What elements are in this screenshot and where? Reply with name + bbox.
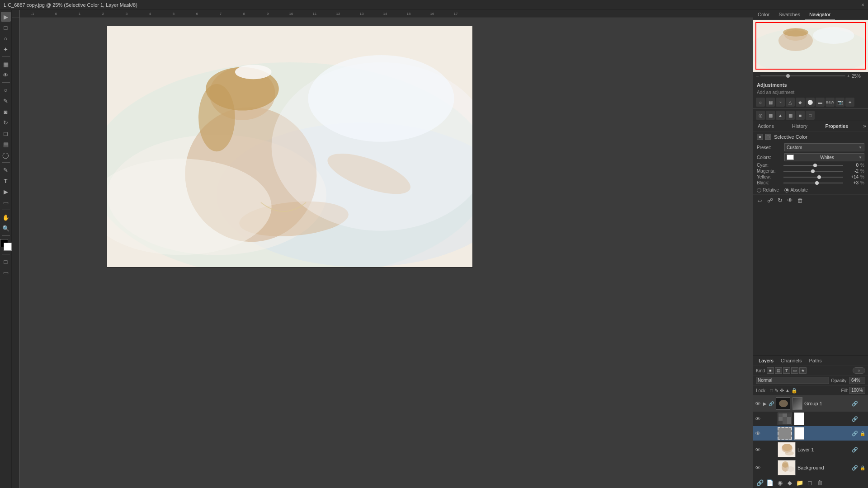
dodge-tool[interactable]: ◯ xyxy=(1,150,11,160)
adj-bw-icon[interactable]: B&W xyxy=(826,98,835,107)
cyan-slider[interactable] xyxy=(783,165,843,166)
relative-radio[interactable] xyxy=(757,188,761,192)
gradient-tool[interactable]: ▤ xyxy=(1,139,11,149)
layer-fx-btn[interactable]: 📄 xyxy=(766,479,774,487)
layer-vis-adj[interactable]: 👁 xyxy=(755,416,761,422)
filter-type-icon[interactable]: T xyxy=(783,367,790,374)
quick-mask-btn[interactable]: □ xyxy=(1,257,11,267)
group-expand-icon[interactable]: ▶ xyxy=(763,401,767,406)
blend-mode-dropdown[interactable]: Normal xyxy=(756,377,829,384)
layer-vis-mask[interactable]: 👁 xyxy=(755,430,761,437)
colors-dropdown[interactable]: Whites ▼ xyxy=(784,153,864,161)
lock-position-icon[interactable]: ✜ xyxy=(780,388,784,394)
layer-item-layer1[interactable]: 👁 Layer 1 🔗 xyxy=(753,441,868,459)
tab-paths[interactable]: Paths xyxy=(806,356,826,366)
select-tool[interactable]: □ xyxy=(1,23,11,33)
layer-item-adj[interactable]: 👁 xyxy=(753,412,868,426)
prop-btn-1[interactable]: ▱ xyxy=(756,196,764,204)
layer-filter-toggle[interactable]: ○ xyxy=(853,367,865,374)
yellow-slider[interactable] xyxy=(783,177,843,178)
prop-btn-2[interactable]: ☍ xyxy=(766,196,774,204)
tab-navigator[interactable]: Navigator xyxy=(805,10,835,19)
tab-channels[interactable]: Channels xyxy=(777,356,805,366)
filter-adjust-icon[interactable]: ▤ xyxy=(775,367,782,374)
lock-artboard-icon[interactable]: ▲ xyxy=(785,388,790,393)
panel-expand-icon[interactable]: » xyxy=(863,123,866,129)
adj-photofilter-icon[interactable]: 📷 xyxy=(835,98,844,107)
layer-mask-btn[interactable]: ◉ xyxy=(776,479,784,487)
path-select-tool[interactable]: ▶ xyxy=(1,187,11,197)
adj-chanmix-icon[interactable]: ✦ xyxy=(845,98,854,107)
history-brush-tool[interactable]: ↻ xyxy=(1,117,11,127)
layer-item-background[interactable]: 👁 Background 🔗 🔒 xyxy=(753,459,868,477)
layer-vis-layer1[interactable]: 👁 xyxy=(755,446,761,453)
layer-chain-bg[interactable]: 🔗 xyxy=(852,465,858,471)
brush-tool[interactable]: ✎ xyxy=(1,96,11,106)
pen-tool[interactable]: ✎ xyxy=(1,165,11,175)
adj-invert-icon[interactable]: ◎ xyxy=(756,111,765,120)
move-tool[interactable]: ▶ xyxy=(1,12,11,22)
tab-swatches[interactable]: Swatches xyxy=(774,10,805,19)
lock-image-icon[interactable]: ✎ xyxy=(774,388,778,394)
text-tool[interactable]: T xyxy=(1,176,11,186)
layer-vis-bg[interactable]: 👁 xyxy=(755,465,761,471)
lock-transparent-icon[interactable]: □ xyxy=(770,388,773,393)
zoom-tool[interactable]: 🔍 xyxy=(1,223,11,233)
adj-colorbal-icon[interactable]: ▬ xyxy=(816,98,825,107)
adj-colorlookup-icon[interactable]: □ xyxy=(806,111,815,120)
adj-selcolor-icon[interactable]: ■ xyxy=(796,111,805,120)
opacity-value[interactable]: 64% xyxy=(849,377,865,384)
relative-option[interactable]: Relative xyxy=(757,188,779,192)
shape-tool[interactable]: ▭ xyxy=(1,197,11,207)
filter-shape-icon[interactable]: ▭ xyxy=(791,367,798,374)
adj-exposure-icon[interactable]: △ xyxy=(786,98,795,107)
tab-properties[interactable]: Properties xyxy=(823,121,851,131)
adj-gradmap-icon[interactable]: ▩ xyxy=(786,111,795,120)
zoom-slider[interactable] xyxy=(760,75,845,76)
adj-threshold-icon[interactable]: ▲ xyxy=(776,111,785,120)
background-color[interactable] xyxy=(4,243,12,251)
crop-tool[interactable]: ▦ xyxy=(1,59,11,69)
layer-chain-layer1[interactable]: 🔗 xyxy=(852,447,858,453)
layer-adj-btn[interactable]: ◆ xyxy=(786,479,794,487)
preset-dropdown[interactable]: Custom ▼ xyxy=(784,143,864,151)
layer-chain-adj[interactable]: 🔗 xyxy=(852,416,858,422)
adj-vibrance-icon[interactable]: ◆ xyxy=(796,98,805,107)
adj-levels-icon[interactable]: ▦ xyxy=(766,98,775,107)
eraser-tool[interactable]: ◻ xyxy=(1,128,11,138)
zoom-out-icon[interactable]: − xyxy=(756,73,759,79)
absolute-option[interactable]: Absolute xyxy=(784,188,808,192)
tab-history[interactable]: History xyxy=(789,121,810,131)
close-button[interactable]: × xyxy=(861,2,864,8)
filter-smart-icon[interactable]: ★ xyxy=(799,367,807,374)
layer-link-btn[interactable]: 🔗 xyxy=(756,479,764,487)
layer-group-btn[interactable]: 📁 xyxy=(796,479,804,487)
filter-pixel-icon[interactable]: ■ xyxy=(767,367,774,374)
layer-new-btn[interactable]: ◻ xyxy=(806,479,814,487)
adj-brightness-icon[interactable]: ☼ xyxy=(756,98,765,107)
fill-value[interactable]: 100% xyxy=(849,387,865,394)
stamp-tool[interactable]: ◙ xyxy=(1,107,11,117)
adj-posterize-icon[interactable]: ▩ xyxy=(766,111,775,120)
absolute-radio[interactable] xyxy=(784,188,789,192)
heal-tool[interactable]: ○ xyxy=(1,85,11,95)
lock-all-icon[interactable]: 🔒 xyxy=(791,388,797,394)
eyedropper-tool[interactable]: 👁 xyxy=(1,70,11,80)
lasso-tool[interactable]: ○ xyxy=(1,33,11,43)
adj-huesat-icon[interactable]: ⚪ xyxy=(806,98,815,107)
magic-wand-tool[interactable]: ✦ xyxy=(1,44,11,54)
layer-delete-btn[interactable]: 🗑 xyxy=(816,479,824,487)
hand-tool[interactable]: ✋ xyxy=(1,212,11,222)
adj-curves-icon[interactable]: ~ xyxy=(776,98,785,107)
tab-color[interactable]: Color xyxy=(753,10,774,19)
prop-btn-3[interactable]: ↻ xyxy=(776,196,784,204)
tab-layers[interactable]: Layers xyxy=(755,356,777,366)
layer-item-group1[interactable]: 👁 ▶ 🔗 Group 1 🔗 xyxy=(753,395,868,412)
zoom-in-icon[interactable]: + xyxy=(847,73,850,79)
screen-mode-btn[interactable]: ▭ xyxy=(1,267,11,277)
layer-chain-mask[interactable]: 🔗 xyxy=(852,431,858,436)
layer-vis-group1[interactable]: 👁 xyxy=(755,400,761,407)
canvas-image-container[interactable] xyxy=(107,26,473,267)
prop-btn-4[interactable]: 👁 xyxy=(786,196,794,204)
black-slider[interactable] xyxy=(783,183,843,183)
